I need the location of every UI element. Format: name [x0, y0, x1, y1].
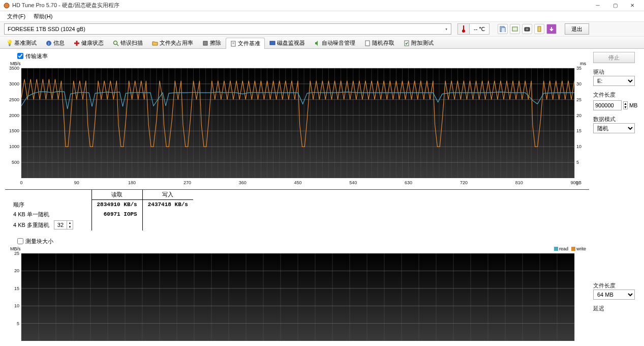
svg-text:20: 20 — [14, 268, 19, 273]
svg-text:15: 15 — [14, 286, 19, 291]
tab-health[interactable]: 健康状态 — [69, 37, 108, 48]
copy-shot-icon[interactable] — [510, 24, 520, 34]
save-icon[interactable] — [546, 24, 557, 34]
upper-y2-unit: ms — [580, 61, 586, 66]
transfer-rate-checkbox[interactable]: 传输速率 — [17, 52, 48, 60]
legend-read-label: read — [559, 246, 568, 251]
svg-text:10: 10 — [576, 144, 581, 149]
svg-text:35: 35 — [576, 66, 581, 71]
delay-label: 延迟 — [593, 305, 640, 312]
queue-depth-spinner[interactable]: 32 ▲▼ — [54, 220, 73, 229]
svg-text:810: 810 — [515, 180, 523, 185]
legend-write-swatch — [571, 247, 575, 251]
extra-icon — [404, 40, 410, 46]
svg-text:90: 90 — [74, 180, 79, 185]
erase-icon — [202, 40, 208, 46]
exit-button[interactable]: 退出 — [565, 23, 589, 35]
svg-text:630: 630 — [405, 180, 412, 185]
minimize-button[interactable]: ─ — [589, 0, 606, 11]
close-button[interactable]: ✕ — [624, 0, 641, 11]
menu-file[interactable]: 文件(F) — [3, 12, 29, 21]
iops-4k-value: 60971 IOPS — [91, 210, 142, 219]
svg-rect-4 — [501, 27, 505, 32]
svg-text:25: 25 — [14, 251, 19, 256]
temp-display: -- ℃ — [470, 23, 489, 35]
search-icon — [113, 40, 119, 46]
row-4k-single: 4 KB 单一随机 — [5, 210, 91, 219]
svg-text:1000: 1000 — [9, 144, 19, 149]
app-icon — [3, 2, 10, 9]
filelen-label: 文件长度 — [593, 91, 640, 99]
filelen-unit: MB — [629, 102, 638, 108]
random-icon — [364, 40, 371, 46]
folder-icon — [152, 40, 158, 46]
svg-text:3500: 3500 — [9, 66, 19, 71]
hdr-read: 读取 — [91, 190, 142, 200]
svg-rect-8 — [538, 26, 541, 32]
legend-read-swatch — [554, 247, 558, 251]
seq-write-value: 2437418 KB/s — [142, 200, 193, 210]
row-seq: 顺序 — [5, 200, 91, 210]
tab-errorscan[interactable]: 错误扫描 — [108, 37, 147, 48]
svg-line-12 — [117, 44, 118, 46]
svg-text:0: 0 — [20, 180, 22, 185]
tab-folderusage[interactable]: 文件夹占用率 — [147, 37, 198, 48]
svg-text:270: 270 — [183, 180, 191, 185]
tab-benchmark[interactable]: 💡基准测试 — [2, 37, 41, 48]
blocksize-checkbox-input[interactable] — [17, 238, 23, 244]
svg-rect-5 — [512, 27, 517, 31]
blocksize-checkbox[interactable]: 测量块大小 — [17, 238, 53, 245]
svg-text:i: i — [48, 41, 49, 46]
drive-label: 驱动 — [593, 68, 640, 76]
svg-point-0 — [4, 3, 9, 8]
svg-text:720: 720 — [460, 180, 468, 185]
svg-text:5: 5 — [576, 160, 579, 165]
svg-text:500: 500 — [12, 160, 19, 165]
svg-rect-18 — [365, 41, 370, 46]
svg-text:5: 5 — [17, 321, 19, 326]
svg-point-2 — [462, 30, 465, 33]
results-table: 读取 写入 顺序 2834910 KB/s 2437418 KB/s 4 KB … — [5, 189, 589, 230]
tab-random[interactable]: 随机存取 — [360, 37, 399, 48]
svg-point-11 — [114, 41, 117, 44]
svg-point-7 — [526, 28, 528, 31]
stop-button[interactable]: 停止 — [593, 52, 635, 63]
svg-text:10: 10 — [14, 303, 19, 308]
seq-read-value: 2834910 KB/s — [91, 200, 142, 210]
copy-info-icon[interactable] — [498, 24, 508, 34]
filelen2-select[interactable]: 64 MB — [593, 290, 635, 300]
svg-text:2000: 2000 — [9, 113, 19, 118]
filelen-input[interactable] — [593, 100, 622, 110]
temp-icon[interactable] — [457, 23, 470, 35]
speaker-icon — [314, 40, 320, 46]
svg-rect-17 — [270, 41, 275, 45]
tab-info[interactable]: i信息 — [41, 37, 69, 48]
svg-text:15: 15 — [576, 128, 581, 133]
tab-diskmon[interactable]: 磁盘监视器 — [265, 37, 310, 48]
options-icon[interactable] — [534, 24, 544, 34]
lightbulb-icon: 💡 — [7, 40, 13, 46]
upper-y-unit: MB/s — [10, 61, 21, 66]
datamode-select[interactable]: 随机 — [593, 123, 635, 133]
transfer-rate-checkbox-input[interactable] — [17, 53, 23, 59]
row-4k-multi: 4 KB 多重随机 32 ▲▼ — [5, 219, 91, 230]
svg-text:540: 540 — [349, 180, 357, 185]
menu-help[interactable]: 帮助(H) — [29, 12, 56, 21]
svg-text:1500: 1500 — [9, 128, 19, 133]
tab-extra[interactable]: 附加测试 — [399, 37, 438, 48]
tab-filebench[interactable]: 文件基准 — [226, 38, 265, 49]
drive-select-value: FORESEE 1TB SSD (1024 gB) — [8, 26, 85, 32]
maximize-button[interactable]: ▢ — [606, 0, 624, 11]
lower-chart: 510152025 — [5, 251, 589, 342]
svg-rect-13 — [203, 41, 207, 45]
tab-aam[interactable]: 自动噪音管理 — [310, 37, 360, 48]
svg-text:3000: 3000 — [9, 81, 19, 86]
svg-text:450: 450 — [294, 180, 301, 185]
svg-text:gB: gB — [576, 180, 581, 185]
drive-select[interactable]: FORESEE 1TB SSD (1024 gB) — [4, 23, 451, 35]
lower-y-unit: MB/s — [10, 246, 21, 251]
screenshot-icon[interactable] — [522, 24, 532, 34]
tab-erase[interactable]: 擦除 — [198, 37, 226, 48]
drive-letter-select[interactable]: E: — [593, 76, 635, 86]
health-icon — [74, 40, 80, 46]
